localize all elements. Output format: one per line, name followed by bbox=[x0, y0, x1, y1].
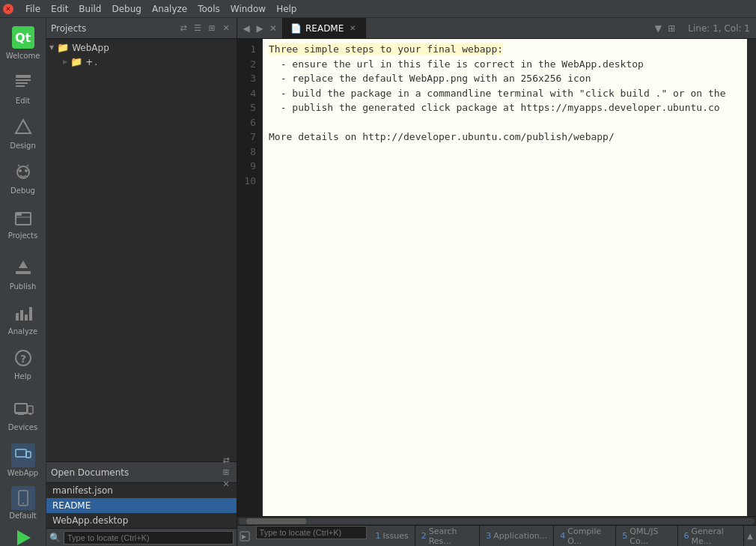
bottom-tab-search[interactable]: 2 Search Res... bbox=[415, 526, 481, 546]
code-line-4: - build the package in a commandline ter… bbox=[269, 88, 725, 99]
search-label: Search Res... bbox=[429, 527, 474, 546]
tree-root[interactable]: ▼ 📁 WebApp bbox=[46, 40, 237, 55]
svg-rect-22 bbox=[15, 413, 27, 414]
tab-nav-left-icon[interactable]: ◀ bbox=[240, 22, 252, 34]
svg-rect-16 bbox=[20, 310, 23, 321]
bottom-tab-qml[interactable]: 5 QML/JS Co... bbox=[616, 526, 677, 546]
doc-item-desktop[interactable]: WebApp.desktop bbox=[46, 513, 237, 528]
svg-rect-26 bbox=[16, 449, 26, 457]
line-num-8: 8 bbox=[237, 145, 256, 160]
bottom-panel: ▶ 1 Issues 2 Search Res... 3 Application… bbox=[237, 525, 756, 546]
code-line-7: More details on http://developer.ubuntu.… bbox=[269, 131, 615, 142]
svg-rect-11 bbox=[16, 213, 22, 216]
tab-nav-right-icon[interactable]: ▶ bbox=[254, 22, 266, 34]
code-line-5: - publish the generated click package at… bbox=[269, 102, 720, 113]
menu-file[interactable]: File bbox=[21, 2, 45, 16]
code-editor[interactable]: Three simple steps to your final webapp:… bbox=[263, 39, 747, 516]
webapp-device[interactable]: WebApp bbox=[2, 440, 44, 480]
doc-readme-name: README bbox=[52, 500, 91, 511]
svg-rect-0 bbox=[16, 75, 31, 78]
bottom-tab-issues[interactable]: 1 Issues bbox=[370, 526, 415, 546]
search-num: 2 bbox=[421, 531, 427, 541]
run-button[interactable] bbox=[11, 526, 35, 546]
bottom-tab-compile[interactable]: 4 Compile O... bbox=[554, 526, 616, 546]
menu-tools[interactable]: Tools bbox=[193, 2, 225, 16]
h-scroll-thumb[interactable] bbox=[246, 518, 306, 524]
editor-tab-readme[interactable]: 📄 README ✕ bbox=[283, 18, 366, 38]
bottom-scroll: ▲ bbox=[744, 526, 756, 546]
publish-icon bbox=[11, 256, 35, 280]
line-col-status: Line: 1, Col: 1 bbox=[682, 18, 756, 38]
panel: Projects ⇄ ☰ ⊞ ✕ ▼ 📁 WebApp ▶ 📁 bbox=[46, 18, 237, 546]
menu-analyze[interactable]: Analyze bbox=[147, 2, 192, 16]
close-button[interactable]: ✕ bbox=[3, 4, 13, 14]
line-num-1: 1 bbox=[237, 42, 256, 57]
search-input[interactable] bbox=[64, 531, 234, 545]
default-device[interactable]: Default bbox=[2, 483, 44, 523]
svg-rect-1 bbox=[16, 79, 31, 81]
split-icon[interactable]: ⊞ bbox=[206, 22, 218, 34]
open-docs-split-icon[interactable]: ⊞ bbox=[220, 467, 232, 479]
svg-rect-23 bbox=[18, 414, 24, 415]
sidebar-item-devices[interactable]: Devices bbox=[2, 392, 44, 436]
sidebar-item-edit[interactable]: Edit bbox=[2, 66, 44, 109]
tab-overflow-icon[interactable]: ▼ bbox=[652, 22, 664, 34]
svg-text:▶: ▶ bbox=[242, 533, 247, 540]
sidebar-item-projects[interactable]: Projects bbox=[2, 201, 44, 244]
sync-icon[interactable]: ⇄ bbox=[177, 22, 189, 34]
default-device-icon bbox=[11, 486, 35, 510]
editor-vertical-scrollbar[interactable] bbox=[747, 39, 756, 516]
tab-nav-close-icon[interactable]: ✕ bbox=[267, 22, 279, 34]
locate-input[interactable] bbox=[256, 526, 367, 539]
open-docs-close-icon[interactable]: ✕ bbox=[220, 479, 232, 491]
sidebar-item-analyze[interactable]: Analyze bbox=[2, 297, 44, 340]
doc-item-readme[interactable]: README bbox=[46, 498, 237, 513]
sidebar-help-label: Help bbox=[14, 372, 31, 380]
tab-close-button[interactable]: ✕ bbox=[347, 23, 358, 34]
debug-icon bbox=[11, 160, 35, 184]
doc-item-manifest[interactable]: manifest.json bbox=[46, 483, 237, 498]
menu-edit[interactable]: Edit bbox=[46, 2, 73, 16]
line-num-10: 10 bbox=[237, 174, 256, 189]
open-documents-header: Open Documents ⇄ ⊞ ✕ bbox=[46, 462, 237, 483]
menu-help[interactable]: Help bbox=[272, 2, 301, 16]
line-num-2: 2 bbox=[237, 57, 256, 72]
tab-right-icons: ▼ ⊞ bbox=[652, 18, 682, 38]
sidebar-item-debug[interactable]: Debug bbox=[2, 156, 44, 199]
scroll-up-btn[interactable]: ▲ bbox=[744, 526, 756, 546]
editor-area: ◀ ▶ ✕ 📄 README ✕ ▼ ⊞ Line: 1, Col: 1 1 2… bbox=[237, 18, 756, 546]
tree-root-label: WebApp bbox=[72, 43, 109, 53]
tab-split-icon[interactable]: ⊞ bbox=[665, 22, 677, 34]
terminal-icon[interactable]: ▶ bbox=[237, 526, 253, 546]
sidebar-item-welcome[interactable]: Qt Welcome bbox=[2, 21, 44, 64]
open-docs-sync-icon[interactable]: ⇄ bbox=[220, 455, 232, 467]
open-documents-panel: Open Documents ⇄ ⊞ ✕ manifest.json READM… bbox=[46, 461, 237, 528]
line-num-6: 6 bbox=[237, 115, 256, 130]
projects-title: Projects bbox=[51, 23, 177, 34]
sidebar-item-help[interactable]: ? Help bbox=[2, 342, 44, 385]
line-num-7: 7 bbox=[237, 130, 256, 145]
menu-bar: ✕ File Edit Build Debug Analyze Tools Wi… bbox=[0, 0, 756, 18]
svg-point-29 bbox=[22, 503, 24, 504]
bottom-tab-app[interactable]: 3 Application... bbox=[480, 526, 554, 546]
svg-line-9 bbox=[27, 165, 28, 166]
doc-desktop-name: WebApp.desktop bbox=[52, 515, 128, 526]
filter-icon[interactable]: ☰ bbox=[192, 22, 204, 34]
menu-debug[interactable]: Debug bbox=[107, 2, 145, 16]
subfolder-name: . bbox=[94, 57, 97, 67]
default-device-label: Default bbox=[9, 512, 37, 520]
bottom-tab-general[interactable]: 6 General Me... bbox=[678, 526, 744, 546]
run-buttons-group: WebApp Default bbox=[2, 437, 44, 546]
sidebar-welcome-label: Welcome bbox=[6, 52, 40, 60]
close-panel-icon[interactable]: ✕ bbox=[220, 22, 232, 34]
menu-build[interactable]: Build bbox=[74, 2, 106, 16]
editor[interactable]: 1 2 3 4 5 6 7 8 9 10 Three simple steps … bbox=[237, 39, 756, 516]
sidebar-item-publish[interactable]: Publish bbox=[2, 252, 44, 295]
line-num-5: 5 bbox=[237, 100, 256, 115]
editor-horizontal-scrollbar[interactable] bbox=[237, 516, 756, 525]
svg-rect-2 bbox=[16, 82, 28, 84]
tree-child-dot[interactable]: ▶ 📁 + . bbox=[46, 55, 237, 69]
qt-logo-icon: Qt bbox=[12, 26, 34, 49]
menu-window[interactable]: Window bbox=[226, 2, 270, 16]
sidebar-item-design[interactable]: Design bbox=[2, 111, 44, 154]
